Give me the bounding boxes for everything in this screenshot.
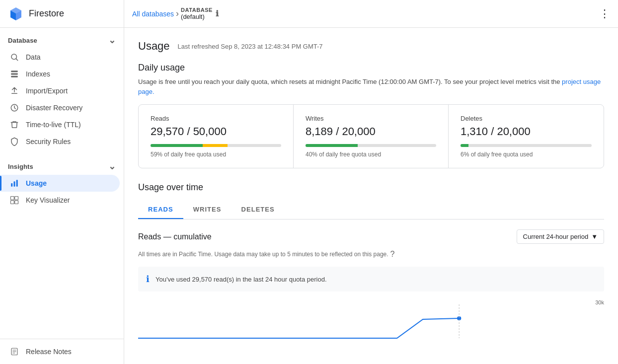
writes-progress-fill xyxy=(306,144,358,147)
writes-progress-track xyxy=(306,144,436,147)
writes-card-value: 8,189 / 20,000 xyxy=(306,125,436,138)
import-export-icon xyxy=(10,86,19,95)
chevron-up-icon-insights: ⌄ xyxy=(108,161,116,172)
deletes-card-value: 1,310 / 20,000 xyxy=(461,125,592,138)
tab-reads[interactable]: READS xyxy=(138,201,183,219)
database-section: Database ⌄ Data Indexes Import/Export xyxy=(0,28,124,154)
sidebar-item-indexes[interactable]: Indexes xyxy=(0,66,120,82)
reads-progress-fill-orange xyxy=(203,144,228,147)
sidebar-item-data[interactable]: Data xyxy=(0,49,120,66)
reads-chart xyxy=(138,304,604,339)
db-name: DATABASE (default) xyxy=(181,7,213,20)
tab-writes[interactable]: WRITES xyxy=(183,201,232,219)
app-title: Firestore xyxy=(29,8,64,19)
tab-deletes[interactable]: DELETES xyxy=(232,201,285,219)
svg-rect-13 xyxy=(11,197,14,200)
deletes-card-title: Deletes xyxy=(461,115,592,122)
sidebar-header: Firestore xyxy=(0,0,124,28)
daily-usage-title: Daily usage xyxy=(138,63,604,73)
reads-card-value: 29,570 / 50,000 xyxy=(151,125,281,138)
sidebar-item-key-visualizer[interactable]: Key Visualizer xyxy=(0,192,120,209)
reads-cumulative-title: Reads — cumulative xyxy=(138,232,212,241)
chevron-up-icon: ⌄ xyxy=(108,35,116,46)
page-title: Usage xyxy=(138,40,170,53)
security-rules-icon xyxy=(10,137,19,146)
info-banner: ℹ You've used 29,570 read(s) in the last… xyxy=(138,267,604,291)
svg-rect-14 xyxy=(15,197,18,200)
svg-rect-10 xyxy=(11,183,12,187)
svg-rect-8 xyxy=(11,76,18,77)
sidebar-item-import-export[interactable]: Import/Export xyxy=(0,82,120,99)
topbar: All databases › DATABASE (default) ℹ ⋮ xyxy=(124,0,618,28)
daily-usage-desc: Usage is free until you reach your daily… xyxy=(138,77,604,96)
svg-rect-6 xyxy=(11,71,18,72)
reads-card: Reads 29,570 / 50,000 59% of daily free … xyxy=(139,105,294,168)
page-title-row: Usage Last refreshed Sep 8, 2023 at 12:4… xyxy=(138,40,604,53)
svg-rect-7 xyxy=(11,73,18,75)
svg-rect-15 xyxy=(11,201,14,204)
chart-area: 30k xyxy=(138,299,604,339)
dropdown-arrow-icon: ▼ xyxy=(591,233,598,240)
writes-card-title: Writes xyxy=(306,115,436,122)
disaster-recovery-icon xyxy=(10,103,19,112)
breadcrumb-all-databases[interactable]: All databases xyxy=(132,10,174,18)
indexes-icon xyxy=(10,70,19,78)
content-area: Usage Last refreshed Sep 8, 2023 at 12:4… xyxy=(124,28,618,364)
sidebar-item-disaster-recovery[interactable]: Disaster Recovery xyxy=(0,99,120,116)
reads-header: Reads — cumulative Current 24-hour perio… xyxy=(138,229,604,244)
insights-section-header[interactable]: Insights ⌄ xyxy=(0,158,124,175)
svg-rect-12 xyxy=(16,180,18,187)
topbar-right: ⋮ xyxy=(599,7,610,20)
sidebar-item-security-rules[interactable]: Security Rules xyxy=(0,133,120,150)
ttl-icon xyxy=(10,120,19,129)
sidebar-bottom: Release Notes xyxy=(0,339,124,364)
help-icon[interactable]: ? xyxy=(390,250,395,259)
breadcrumb: All databases › DATABASE (default) ℹ xyxy=(132,7,219,20)
sidebar-item-usage[interactable]: Usage xyxy=(0,175,120,192)
svg-line-5 xyxy=(16,59,17,60)
key-visualizer-icon xyxy=(10,196,19,205)
release-notes-icon xyxy=(10,347,19,356)
last-refreshed-text: Last refreshed Sep 8, 2023 at 12:48:34 P… xyxy=(178,43,323,50)
search-icon xyxy=(10,53,19,62)
main-content: All databases › DATABASE (default) ℹ ⋮ U… xyxy=(124,0,618,364)
svg-rect-16 xyxy=(15,201,18,204)
info-banner-icon: ℹ xyxy=(146,274,150,285)
usage-tabs: READS WRITES DELETES xyxy=(138,201,604,219)
deletes-progress-fill xyxy=(461,144,468,147)
sidebar: Firestore Database ⌄ Data Indexes Import… xyxy=(0,0,124,364)
usage-over-time-title: Usage over time xyxy=(138,182,604,193)
sidebar-item-release-notes[interactable]: Release Notes xyxy=(0,343,120,360)
reads-card-title: Reads xyxy=(151,115,281,122)
deletes-pct-text: 6% of daily free quota used xyxy=(461,151,592,158)
usage-cards: Reads 29,570 / 50,000 59% of daily free … xyxy=(138,104,604,168)
svg-rect-11 xyxy=(14,181,15,187)
usage-icon xyxy=(10,179,19,188)
breadcrumb-separator: › xyxy=(176,8,179,19)
info-banner-text: You've used 29,570 read(s) in the last 2… xyxy=(155,276,327,283)
reads-progress-fill-green xyxy=(151,144,203,147)
active-indicator xyxy=(0,176,1,191)
deletes-card: Deletes 1,310 / 20,000 6% of daily free … xyxy=(449,105,604,168)
db-chip: DATABASE (default) ℹ xyxy=(181,7,219,20)
reads-cumulative-section: Reads — cumulative Current 24-hour perio… xyxy=(138,229,604,339)
sidebar-item-ttl[interactable]: Time-to-live (TTL) xyxy=(0,116,120,133)
reads-pct-text: 59% of daily free quota used xyxy=(151,151,281,158)
period-dropdown[interactable]: Current 24-hour period ▼ xyxy=(517,229,604,244)
reads-progress-track xyxy=(151,144,281,147)
deletes-progress-track xyxy=(461,144,592,147)
writes-card: Writes 8,189 / 20,000 40% of daily free … xyxy=(294,105,449,168)
app-logo-icon xyxy=(8,6,24,22)
more-options-icon[interactable]: ⋮ xyxy=(599,7,610,20)
writes-pct-text: 40% of daily free quota used xyxy=(306,151,436,158)
db-info-icon[interactable]: ℹ xyxy=(216,9,219,18)
database-section-header[interactable]: Database ⌄ xyxy=(0,32,124,49)
insights-section: Insights ⌄ Usage Key Visualizer xyxy=(0,154,124,213)
reads-subtitle: All times are in Pacific Time. Usage dat… xyxy=(138,250,604,259)
